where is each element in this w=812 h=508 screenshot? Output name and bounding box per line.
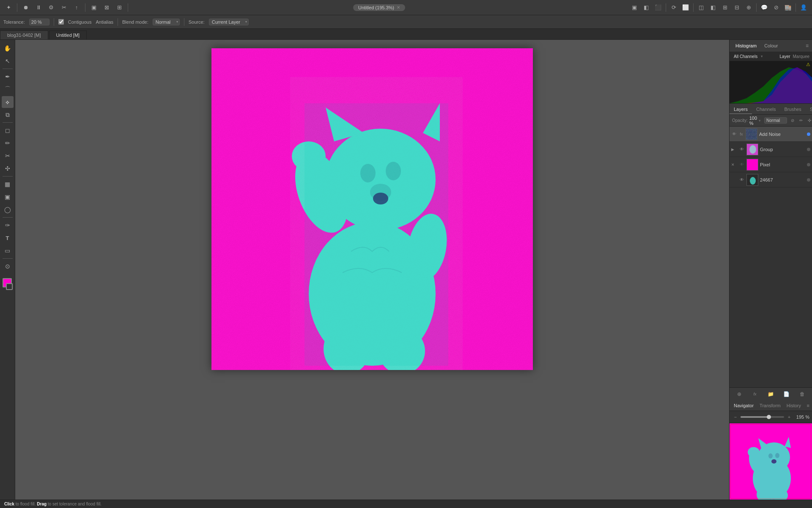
new-group-btn[interactable]: 📁: [766, 389, 775, 399]
dodge-tool-btn[interactable]: ◯: [2, 204, 14, 215]
eraser-tool-btn[interactable]: ◻: [2, 124, 14, 136]
share-icon[interactable]: ⊘: [771, 3, 781, 13]
panel-b-icon[interactable]: ◧: [708, 3, 718, 13]
panel-e-icon[interactable]: ⊕: [743, 3, 754, 13]
histogram-expand-icon[interactable]: ≡: [806, 43, 809, 49]
background-color-swatch[interactable]: [6, 283, 13, 290]
panel-a-icon[interactable]: ◫: [696, 3, 706, 13]
move-tool-btn[interactable]: ↖: [2, 55, 14, 67]
add-layer-mask-btn[interactable]: ⊕: [735, 389, 744, 399]
navigator-tab[interactable]: Navigator: [732, 402, 755, 409]
layers-actions: ⊕ fx 📁 📄 🗑: [730, 387, 812, 400]
zoom-out-btn[interactable]: −: [732, 414, 739, 420]
zoom-in-btn[interactable]: +: [786, 414, 793, 420]
layer-thumb-24667: [746, 174, 758, 186]
app-logo-icon[interactable]: ✦: [3, 3, 14, 13]
zoom-slider-fill: [741, 416, 769, 418]
zoom-tool-btn[interactable]: ⊙: [2, 260, 14, 272]
history2-icon[interactable]: ⟳: [669, 3, 679, 13]
heal-tool-btn[interactable]: ✣: [2, 163, 14, 174]
layer-vis-x-pixel[interactable]: ✕: [731, 163, 737, 167]
fill-tool-btn[interactable]: ▦: [2, 178, 14, 190]
navigator-expand-icon[interactable]: ≡: [807, 403, 809, 408]
layer-vis-pixel[interactable]: 👁: [739, 162, 745, 168]
layer-name-24667: 24667: [760, 177, 805, 182]
lock-image-btn[interactable]: ✏: [797, 117, 805, 124]
select-rect-icon[interactable]: ⊠: [102, 3, 112, 13]
contiguous-checkbox[interactable]: [58, 19, 64, 25]
tag-icon[interactable]: ✂: [59, 3, 69, 13]
brushes-tab[interactable]: Brushes: [780, 105, 806, 114]
layers-tab[interactable]: Layers: [730, 105, 752, 114]
monitor-icon[interactable]: ⬜: [680, 3, 691, 13]
navigator-preview[interactable]: [730, 423, 812, 500]
snaps-icon[interactable]: ⏸: [33, 3, 44, 13]
history-tab[interactable]: History: [785, 402, 803, 409]
panel-d-icon[interactable]: ⊟: [732, 3, 742, 13]
gradient-tool-btn[interactable]: ▣: [2, 191, 14, 203]
layer-subtab[interactable]: Layer: [780, 54, 790, 59]
lock-position-btn[interactable]: ✣: [806, 117, 812, 124]
view-full-icon[interactable]: ⬛: [653, 3, 663, 13]
stock-tab[interactable]: Stock: [806, 105, 812, 114]
zoom-slider[interactable]: [741, 416, 784, 418]
layer-item-add-noise[interactable]: 👁 fx Add Noise: [730, 127, 812, 142]
view-dual-icon[interactable]: ◧: [641, 3, 651, 13]
record-icon[interactable]: ⏺: [21, 3, 31, 13]
pen-tool-btn[interactable]: ✑: [2, 219, 14, 231]
view-single-icon[interactable]: ▣: [629, 3, 639, 13]
layer-item-group[interactable]: ▶ 👁 Group: [730, 142, 812, 157]
zoom-slider-thumb[interactable]: [767, 415, 771, 419]
canvas-area[interactable]: [15, 40, 729, 500]
opacity-value[interactable]: 100 %: [749, 116, 757, 126]
all-channels-tab[interactable]: All Channels: [732, 54, 759, 59]
crop-tool-btn[interactable]: ⧉: [2, 109, 14, 121]
brush-tool-btn[interactable]: ✏: [2, 137, 14, 149]
hand-tool-btn[interactable]: ✋: [2, 42, 14, 54]
tolerance-input[interactable]: [29, 19, 49, 25]
layer-blend-wrapper: Normal Multiply Screen: [764, 117, 787, 124]
layer-vis-group[interactable]: 👁: [739, 146, 745, 152]
delete-layer-btn[interactable]: 🗑: [798, 389, 807, 399]
document-title-pill[interactable]: Untitled (195.3%) ✕: [353, 4, 405, 11]
blend-mode-select[interactable]: Normal Multiply Screen Overlay: [153, 19, 180, 25]
layer-item-pixel[interactable]: ✕ 👁 Pixel: [730, 157, 812, 172]
chat-icon[interactable]: 💬: [759, 3, 769, 13]
canvas-image: [211, 48, 533, 370]
export-icon[interactable]: ↑: [71, 3, 82, 13]
tab-blog[interactable]: blog31-0402 [M]: [0, 30, 48, 39]
canvas-container[interactable]: [211, 48, 533, 370]
transform-tab[interactable]: Transform: [758, 402, 782, 409]
text-tool-btn[interactable]: T: [2, 232, 14, 244]
select-grid-icon[interactable]: ⊞: [114, 3, 124, 13]
layer-item-24667[interactable]: 👁 24667: [730, 172, 812, 188]
marquee-subtab[interactable]: Marquee: [793, 54, 809, 59]
layer-dot-add-noise: [807, 133, 810, 136]
eyedropper-tool-btn[interactable]: ✒: [2, 71, 14, 83]
add-fx-btn[interactable]: fx: [750, 389, 760, 399]
histogram-tabs: All Channels ▾ Layer Marquee: [730, 52, 812, 61]
colour-tab[interactable]: Colour: [762, 42, 780, 49]
layer-vis-add-noise[interactable]: 👁: [731, 131, 737, 137]
panel-c-icon[interactable]: ⊞: [720, 3, 730, 13]
user-icon[interactable]: 👤: [798, 3, 809, 13]
layer-blend-select[interactable]: Normal Multiply Screen: [764, 117, 787, 124]
clone-tool-btn[interactable]: ✂: [2, 150, 14, 162]
layer-vis-24667[interactable]: 👁: [739, 177, 745, 183]
shape-tool-btn[interactable]: ▭: [2, 245, 14, 257]
opacity-chevron[interactable]: ▾: [759, 119, 761, 123]
brush-preset-icon[interactable]: ▣: [89, 3, 99, 13]
lasso-tool-btn[interactable]: ⌒: [2, 83, 14, 95]
channels-tab[interactable]: Channels: [752, 105, 780, 114]
layer-expand-group[interactable]: ▶: [731, 147, 737, 152]
tool-sep-5: [3, 258, 13, 259]
settings-icon[interactable]: ⚙: [46, 3, 56, 13]
document-close-btn[interactable]: ✕: [397, 5, 400, 10]
new-layer-btn[interactable]: 📄: [782, 389, 791, 399]
histogram-tab[interactable]: Histogram: [733, 42, 759, 49]
source-select[interactable]: Current Layer All Layers Below Layer: [209, 19, 249, 25]
tab-untitled[interactable]: Untitled [M]: [49, 30, 87, 39]
magic-wand-tool-btn[interactable]: ⟡: [2, 96, 14, 108]
lock-transparent-btn[interactable]: ⊘: [789, 117, 796, 124]
store-icon[interactable]: 🏬: [783, 3, 793, 13]
